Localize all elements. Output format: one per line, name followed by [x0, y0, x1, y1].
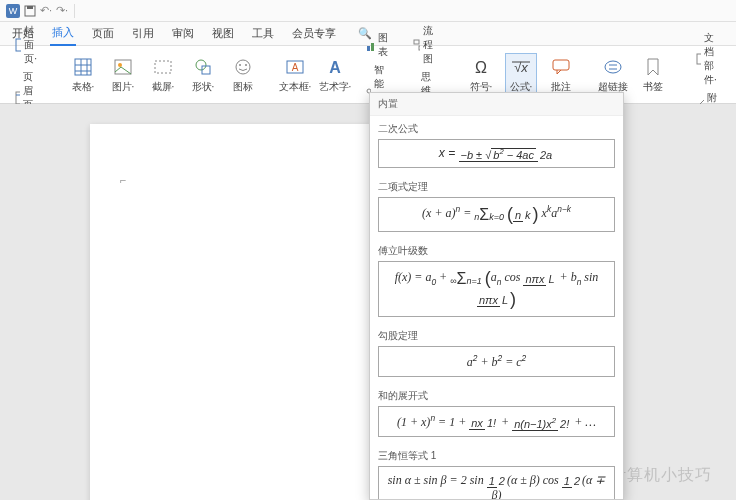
symbol-button[interactable]: Ω符号· — [465, 54, 497, 96]
equation-item-fourier[interactable]: 傅立叶级数 f(x) = a0 + ∞Σn=1 (an cos nπxL + b… — [370, 238, 623, 323]
equation-dropdown: 内置 二次公式 x = −b ± b2 − 4ac2a 二项式定理 (x + a… — [369, 92, 624, 500]
picture-button[interactable]: 图片· — [107, 54, 139, 96]
svg-rect-37 — [553, 60, 569, 70]
equation-label: 二次公式 — [378, 119, 615, 139]
redo-icon[interactable]: ↷· — [56, 4, 68, 17]
svg-point-13 — [118, 63, 122, 67]
undo-icon[interactable]: ↶· — [40, 4, 52, 17]
equation-preview[interactable]: (1 + x)n = 1 + nx1! + n(n−1)x22! + … — [378, 406, 615, 437]
bookmark-button[interactable]: 书签 — [637, 54, 669, 96]
ribbon: 封面页· 页眉页脚 表格· 图片· 截屏· 形状· 图标 A文本框· A艺术字·… — [0, 46, 736, 104]
document-page[interactable]: ⌐ — [90, 124, 370, 500]
cursor-indicator: ⌐ — [120, 174, 126, 186]
textbox-button[interactable]: A文本框· — [279, 54, 311, 96]
icon-label: 图标 — [233, 80, 253, 94]
textbox-icon: A — [284, 56, 306, 78]
equation-item-pythagoras[interactable]: 勾股定理 a2 + b2 = c2 — [370, 323, 623, 383]
table-icon — [72, 56, 94, 78]
picture-icon — [112, 56, 134, 78]
equation-label: 和的展开式 — [378, 386, 615, 406]
bookmark-icon — [642, 56, 664, 78]
symbol-icon: Ω — [470, 56, 492, 78]
svg-point-17 — [236, 60, 250, 74]
docpart-label: 文档部件· — [704, 31, 722, 87]
svg-rect-3 — [27, 6, 33, 9]
svg-point-18 — [239, 64, 241, 66]
shape-label: 形状· — [192, 80, 215, 94]
quick-access-toolbar: W ↶· ↷· — [6, 4, 68, 18]
screenshot-label: 截屏· — [152, 80, 175, 94]
tab-review[interactable]: 审阅 — [170, 22, 196, 45]
chart-label: 图表 — [378, 31, 392, 59]
svg-rect-23 — [367, 46, 370, 51]
picture-label: 图片· — [112, 80, 135, 94]
wordart-icon: A — [324, 56, 346, 78]
app-menu-icon[interactable]: W — [6, 4, 20, 18]
save-icon[interactable] — [24, 5, 36, 17]
bookmark-label: 书签 — [643, 80, 663, 94]
svg-rect-24 — [371, 43, 374, 51]
document-canvas: ⌐ — [0, 104, 736, 500]
cover-button[interactable]: 封面页· — [12, 23, 43, 67]
svg-rect-4 — [16, 39, 21, 51]
svg-text:W: W — [9, 6, 18, 16]
annotation-icon — [550, 56, 572, 78]
svg-point-15 — [196, 60, 206, 70]
equation-label: 勾股定理 — [378, 326, 615, 346]
svg-point-38 — [605, 61, 621, 73]
tab-member[interactable]: 会员专享 — [290, 22, 338, 45]
icon-icon — [232, 56, 254, 78]
equation-label: 三角恒等式 1 — [378, 446, 615, 466]
svg-text:A: A — [292, 62, 299, 73]
hyperlink-icon — [602, 56, 624, 78]
svg-rect-5 — [16, 92, 20, 104]
divider — [74, 4, 75, 18]
tab-tools[interactable]: 工具 — [250, 22, 276, 45]
wordart-label: 艺术字· — [319, 80, 352, 94]
equation-label: 傅立叶级数 — [378, 241, 615, 261]
tab-insert[interactable]: 插入 — [50, 21, 76, 46]
equation-label: 二项式定理 — [378, 177, 615, 197]
flowchart-label: 流程图 — [423, 24, 439, 66]
screenshot-icon — [152, 56, 174, 78]
equation-preview[interactable]: f(x) = a0 + ∞Σn=1 (an cos nπxL + bn sin … — [378, 261, 615, 317]
equation-preview[interactable]: x = −b ± b2 − 4ac2a — [378, 139, 615, 168]
svg-rect-30 — [419, 46, 420, 50]
svg-text:Ω: Ω — [475, 59, 487, 76]
svg-rect-7 — [75, 59, 91, 75]
chart-button[interactable]: 图表 — [363, 30, 394, 60]
equation-icon: √x — [510, 56, 532, 78]
svg-rect-14 — [155, 61, 171, 73]
title-bar: W ↶· ↷· — [0, 0, 736, 22]
textbox-label: 文本框· — [279, 80, 312, 94]
hyperlink-button[interactable]: 超链接 — [597, 54, 629, 96]
tab-view[interactable]: 视图 — [210, 22, 236, 45]
shape-button[interactable]: 形状· — [187, 54, 219, 96]
dropdown-header: 内置 — [370, 93, 623, 116]
svg-point-19 — [245, 64, 247, 66]
equation-item-trig1[interactable]: 三角恒等式 1 sin α ± sin β = 2 sin 12(α ± β) … — [370, 443, 623, 500]
equation-preview[interactable]: a2 + b2 = c2 — [378, 346, 615, 377]
screenshot-button[interactable]: 截屏· — [147, 54, 179, 96]
table-button[interactable]: 表格· — [67, 54, 99, 96]
svg-text:A: A — [329, 59, 341, 76]
flowchart-button[interactable]: 流程图 — [410, 23, 441, 67]
icon-button[interactable]: 图标 — [227, 54, 259, 96]
tab-ref[interactable]: 引用 — [130, 22, 156, 45]
equation-preview[interactable]: sin α ± sin β = 2 sin 12(α ± β) cos 12(α… — [378, 466, 615, 500]
wordart-button[interactable]: A艺术字· — [319, 54, 351, 96]
docpart-button[interactable]: 文档部件· — [693, 30, 724, 88]
equation-item-expansion[interactable]: 和的展开式 (1 + x)n = 1 + nx1! + n(n−1)x22! +… — [370, 383, 623, 443]
annotation-button[interactable]: 批注 — [545, 54, 577, 96]
equation-item-binomial[interactable]: 二项式定理 (x + a)n = nΣk=0 (nk) xkan−k — [370, 174, 623, 238]
tab-page[interactable]: 页面 — [90, 22, 116, 45]
equation-preview[interactable]: (x + a)n = nΣk=0 (nk) xkan−k — [378, 197, 615, 232]
shape-icon — [192, 56, 214, 78]
equation-item-quadratic[interactable]: 二次公式 x = −b ± b2 − 4ac2a — [370, 116, 623, 174]
svg-rect-29 — [414, 40, 419, 44]
svg-rect-39 — [697, 54, 701, 64]
cover-label: 封面页· — [24, 24, 41, 66]
equation-button[interactable]: √x公式· — [505, 53, 537, 97]
table-label: 表格· — [72, 80, 95, 94]
